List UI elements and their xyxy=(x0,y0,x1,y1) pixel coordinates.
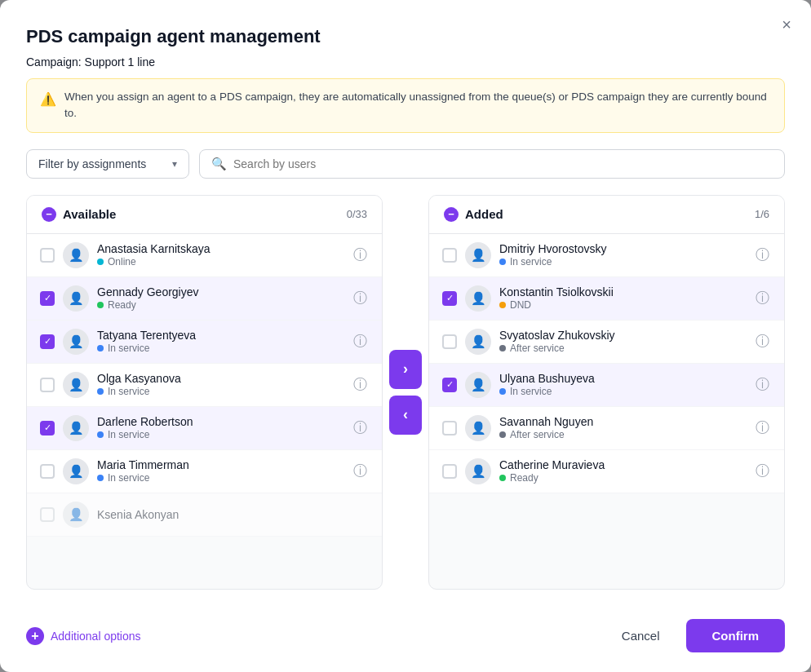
added-agent-row[interactable]: 👤 Dmitriy Hvorostovsky In service ⓘ xyxy=(429,234,784,277)
agent-info: Konstantin Tsiolkovskii DND xyxy=(499,285,746,311)
agent-status: After service xyxy=(499,429,746,440)
available-count: 0/33 xyxy=(347,208,367,220)
chevron-down-icon: ▾ xyxy=(172,158,177,170)
agent-info: Gennady Georgiyev Ready xyxy=(97,285,343,311)
warning-icon: ⚠️ xyxy=(40,90,56,109)
checkbox[interactable]: ✓ xyxy=(40,421,55,435)
status-text: In service xyxy=(510,386,552,397)
checkbox[interactable] xyxy=(442,248,457,263)
avatar: 👤 xyxy=(63,372,89,398)
agent-status: In service xyxy=(97,386,343,397)
info-button[interactable]: ⓘ xyxy=(352,244,369,266)
agent-name: Tatyana Terentyeva xyxy=(97,329,343,342)
checkbox[interactable]: ✓ xyxy=(40,291,55,306)
available-agent-row[interactable]: ✓ 👤 Darlene Robertson In service ⓘ xyxy=(27,407,382,450)
plus-icon: + xyxy=(26,627,44,645)
modal-title: PDS campaign agent management xyxy=(26,26,785,47)
info-button[interactable]: ⓘ xyxy=(754,287,771,309)
checkbox[interactable]: ✓ xyxy=(40,334,55,349)
agent-status: Online xyxy=(97,256,343,267)
agent-name: Ulyana Bushuyeva xyxy=(499,372,746,385)
available-list-items: 👤 Anastasia Karnitskaya Online ⓘ ✓ xyxy=(27,234,382,590)
agent-name: Dmitriy Hvorostovsky xyxy=(499,242,746,255)
status-dot xyxy=(499,302,506,308)
info-button[interactable]: ⓘ xyxy=(352,374,369,396)
checkbox[interactable] xyxy=(40,378,55,392)
campaign-name: Support 1 line xyxy=(85,55,155,69)
info-button[interactable]: ⓘ xyxy=(754,374,771,396)
avatar: 👤 xyxy=(63,329,89,355)
available-header-left: − Available xyxy=(42,207,116,222)
checkbox[interactable] xyxy=(442,421,457,435)
added-panel: − Added 1/6 👤 Dmitriy Hvorostovsky xyxy=(428,195,785,590)
agent-name: Ksenia Akonyan xyxy=(97,508,369,521)
info-button[interactable]: ⓘ xyxy=(352,287,369,309)
info-button[interactable]: ⓘ xyxy=(352,330,369,352)
added-panel-header: − Added 1/6 xyxy=(429,196,784,234)
info-button[interactable]: ⓘ xyxy=(352,417,369,439)
close-button[interactable]: × xyxy=(778,13,795,36)
info-button[interactable]: ⓘ xyxy=(754,330,771,352)
transfer-forward-button[interactable]: › xyxy=(389,350,422,389)
available-agent-row[interactable]: ✓ 👤 Tatyana Terentyeva In service ⓘ xyxy=(27,321,382,364)
cancel-button[interactable]: Cancel xyxy=(605,621,676,651)
checkbox[interactable] xyxy=(40,464,55,479)
status-dot xyxy=(499,259,506,265)
status-text: In service xyxy=(108,343,149,354)
info-button[interactable]: ⓘ xyxy=(754,460,771,482)
checkbox[interactable] xyxy=(40,248,55,263)
transfer-backward-button[interactable]: ‹ xyxy=(389,396,422,435)
transfer-buttons: › ‹ xyxy=(383,195,428,590)
available-panel: − Available 0/33 👤 Anastasia Karnitskaya xyxy=(26,195,383,590)
agent-info: Anastasia Karnitskaya Online xyxy=(97,242,343,267)
agent-info: Svyatoslav Zhukovskiy After service xyxy=(499,329,746,354)
available-agent-row[interactable]: 👤 Ksenia Akonyan xyxy=(27,493,382,537)
additional-options-button[interactable]: + Additional options xyxy=(26,627,141,645)
agent-info: Dmitriy Hvorostovsky In service xyxy=(499,242,746,267)
agent-info: Ksenia Akonyan xyxy=(97,508,369,521)
info-button[interactable]: ⓘ xyxy=(754,244,771,266)
checkbox[interactable] xyxy=(442,334,457,349)
agent-info: Maria Timmerman In service xyxy=(97,458,343,484)
checkbox[interactable]: ✓ xyxy=(442,378,457,392)
status-dot xyxy=(499,388,506,395)
filter-by-assignments-dropdown[interactable]: Filter by assignments ▾ xyxy=(26,149,189,179)
checkbox[interactable]: ✓ xyxy=(442,291,457,306)
campaign-info: Campaign: Support 1 line xyxy=(26,55,785,69)
agent-status: DND xyxy=(499,299,746,311)
added-header-left: − Added xyxy=(444,207,503,222)
modal-footer: + Additional options Cancel Confirm xyxy=(26,603,785,672)
search-input[interactable] xyxy=(233,157,773,170)
avatar: 👤 xyxy=(465,372,491,398)
campaign-label-text: Campaign: xyxy=(26,55,82,69)
available-agent-row[interactable]: 👤 Maria Timmerman In service ⓘ xyxy=(27,450,382,493)
added-title: Added xyxy=(465,207,503,221)
avatar: 👤 xyxy=(465,329,491,355)
added-list-items: 👤 Dmitriy Hvorostovsky In service ⓘ ✓ xyxy=(429,234,784,590)
status-dot xyxy=(97,475,104,481)
agent-info: Ulyana Bushuyeva In service xyxy=(499,372,746,397)
status-text: In service xyxy=(108,429,149,440)
checkbox[interactable] xyxy=(40,507,55,522)
added-agent-row[interactable]: 👤 Catherine Muravieva Ready ⓘ xyxy=(429,450,784,493)
agent-name: Olga Kasyanova xyxy=(97,372,343,385)
added-agent-row[interactable]: 👤 Savannah Nguyen After service ⓘ xyxy=(429,407,784,450)
available-panel-header: − Available 0/33 xyxy=(27,196,382,234)
status-dot xyxy=(97,388,104,395)
status-dot xyxy=(499,475,506,481)
info-button[interactable]: ⓘ xyxy=(352,460,369,482)
confirm-button[interactable]: Confirm xyxy=(686,619,786,652)
added-agent-row[interactable]: 👤 Svyatoslav Zhukovskiy After service ⓘ xyxy=(429,321,784,364)
checkbox[interactable] xyxy=(442,464,457,479)
available-agent-row[interactable]: 👤 Olga Kasyanova In service ⓘ xyxy=(27,364,382,407)
status-text: In service xyxy=(108,386,149,397)
available-agent-row[interactable]: ✓ 👤 Gennady Georgiyev Ready ⓘ xyxy=(27,277,382,321)
info-button[interactable]: ⓘ xyxy=(754,417,771,439)
search-icon: 🔍 xyxy=(211,157,227,171)
available-agent-row[interactable]: 👤 Anastasia Karnitskaya Online ⓘ xyxy=(27,234,382,277)
agent-name: Savannah Nguyen xyxy=(499,415,746,428)
added-agent-row[interactable]: ✓ 👤 Ulyana Bushuyeva In service ⓘ xyxy=(429,364,784,407)
status-dot xyxy=(97,345,104,351)
agent-info: Olga Kasyanova In service xyxy=(97,372,343,397)
added-agent-row[interactable]: ✓ 👤 Konstantin Tsiolkovskii DND ⓘ xyxy=(429,277,784,321)
